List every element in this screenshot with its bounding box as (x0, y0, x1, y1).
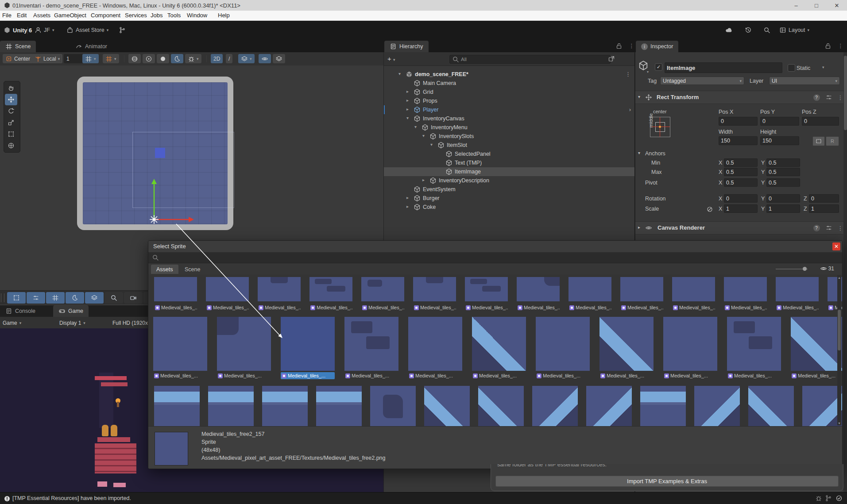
layout-menu[interactable]: Layout ▾ (779, 27, 809, 34)
game-target-dropdown[interactable]: Game▾ (0, 319, 24, 327)
help-icon[interactable]: ? (813, 225, 820, 231)
tab-hierarchy[interactable]: Hierarchy (384, 41, 429, 52)
visibility-toggle[interactable] (259, 54, 271, 63)
scroll-down-icon[interactable]: ▼ (837, 421, 841, 425)
scroll-up-icon[interactable]: ▲ (837, 275, 841, 280)
sprite-tile[interactable] (208, 386, 254, 426)
create-button[interactable]: + ▾ (387, 55, 395, 62)
width-field[interactable]: 150 (719, 136, 758, 145)
sprite-tile-label[interactable]: Medieval_tiles_... (791, 372, 843, 379)
menu-window[interactable]: Window (187, 12, 207, 19)
hierarchy-item-demo-scene-free-[interactable]: ▾demo_scene_FREE*⋮ (384, 70, 634, 79)
hierarchy-item-coke[interactable]: ▸Coke (384, 203, 634, 212)
static-checkbox[interactable] (788, 64, 795, 72)
overlay-grid-button[interactable] (46, 292, 65, 304)
rect-transform-header[interactable]: ▾ Rect Transform ? ⋮ (635, 91, 847, 104)
scene-picker-icon[interactable] (608, 55, 615, 62)
maximize-button[interactable]: □ (806, 0, 827, 11)
sprite-tile-label[interactable]: Medieval_tiles_... (217, 372, 271, 379)
expand-arrow-icon[interactable]: ▸ (422, 177, 425, 182)
open-prefab-chevron[interactable]: › (629, 106, 631, 113)
orientation-dropdown[interactable]: Local▾ (32, 54, 62, 63)
move-gizmo[interactable] (146, 172, 204, 229)
sprite-tile[interactable] (586, 386, 632, 426)
collapse-arrow-icon[interactable]: ▾ (430, 142, 433, 147)
menu-gameobject[interactable]: GameObject (54, 12, 86, 19)
sprite-tile[interactable] (206, 277, 249, 301)
scale-x-field[interactable]: 1 (724, 204, 758, 213)
sprite-tile-label[interactable]: Medieval_tiles_... (569, 304, 611, 311)
progress-complete-icon[interactable] (835, 495, 843, 502)
status-message[interactable]: [TMP Essential Resources] have been impo… (12, 495, 131, 501)
sprite-tile-label[interactable]: Medieval_tiles_... (517, 304, 560, 311)
sprite-tile[interactable] (478, 386, 524, 426)
dialog-close-button[interactable]: ✕ (832, 242, 840, 250)
hierarchy-item-player[interactable]: ▸Player› (384, 105, 634, 114)
anchor-min-x-field[interactable]: 0.5 (724, 158, 758, 167)
link-scale-icon[interactable] (706, 206, 713, 213)
hierarchy-item-eventsystem[interactable]: EventSystem (384, 185, 634, 194)
kebab-icon[interactable]: ⋮ (838, 94, 843, 101)
move-tool[interactable] (5, 94, 17, 105)
menu-services[interactable]: Services (125, 12, 147, 19)
menu-jobs[interactable]: Jobs (151, 12, 162, 19)
asset-store-menu[interactable]: Asset Store ▾ (66, 27, 108, 34)
sprite-tile[interactable] (344, 317, 398, 371)
anchor-min-y-field[interactable]: 0.5 (766, 158, 800, 167)
tag-dropdown[interactable]: Untagged▾ (660, 77, 744, 85)
gizmo-slash-toggle[interactable]: / (226, 54, 232, 63)
sprite-tile[interactable] (217, 317, 271, 371)
sprite-tile-label[interactable]: Medieval_tiles_... (672, 304, 715, 311)
sprite-tile[interactable] (672, 277, 715, 301)
snap-settings-dropdown[interactable]: ▾ (103, 54, 119, 63)
rect-tool[interactable] (5, 128, 17, 140)
hierarchy-item-text-tmp-[interactable]: Text (TMP) (384, 158, 634, 167)
layer-dropdown[interactable]: UI▾ (769, 77, 840, 85)
sprite-tile-label-selected[interactable]: Medieval_tiles_... (281, 372, 335, 379)
sprite-tile-selected[interactable] (281, 317, 335, 371)
dialog-tab-assets[interactable]: Assets (151, 265, 178, 274)
dialog-title-bar[interactable]: Select Sprite ✕ (148, 241, 842, 253)
tab-console[interactable]: Console (0, 305, 41, 317)
hierarchy-item-main-camera[interactable]: Main Camera (384, 79, 634, 88)
sprite-tile[interactable] (727, 317, 781, 371)
expand-arrow-icon[interactable]: ▸ (406, 98, 409, 103)
height-field[interactable]: 150 (760, 136, 799, 145)
sprite-tile[interactable] (472, 317, 526, 371)
sprite-tile[interactable] (640, 386, 686, 426)
overlay-drag-handle[interactable] (1, 293, 4, 302)
hierarchy-item-props[interactable]: ▸Props (384, 96, 634, 105)
sprite-tile[interactable] (663, 317, 717, 371)
sprite-tile[interactable] (776, 277, 819, 301)
help-icon[interactable]: ? (813, 94, 820, 101)
presets-icon[interactable] (825, 224, 832, 231)
sprite-tile[interactable] (361, 277, 404, 301)
hierarchy-item-inventorymenu[interactable]: ▾InventoryMenu (384, 123, 634, 132)
dialog-tab-scene[interactable]: Scene (179, 265, 205, 274)
sprite-tile-label[interactable]: Medieval_tiles_... (663, 372, 717, 379)
lock-icon[interactable] (615, 42, 623, 50)
hierarchy-item-itemslot[interactable]: ▾ItemSlot (384, 141, 634, 150)
overlay-rect-button[interactable] (7, 292, 26, 304)
overlay-sliders-button[interactable] (27, 292, 45, 304)
overlay-search-button[interactable] (104, 292, 123, 304)
shading-toggle[interactable] (128, 54, 141, 63)
debug-dropdown[interactable]: ▾ (185, 54, 201, 63)
hierarchy-item-itemimage[interactable]: ItemImage (384, 167, 634, 176)
debugger-icon[interactable] (815, 495, 822, 502)
sprite-tile-label[interactable]: Medieval_tiles_... (599, 372, 654, 379)
overlay-moon-button[interactable] (66, 292, 84, 304)
anchors-foldout-arrow[interactable]: ▾ (638, 150, 640, 155)
pivot-x-field[interactable]: 0.5 (724, 178, 758, 187)
effects-toggle[interactable] (171, 54, 183, 63)
background-tasks-icon[interactable] (825, 495, 832, 502)
hand-tool[interactable] (5, 82, 17, 94)
sprite-tile[interactable] (724, 277, 767, 301)
anchor-max-y-field[interactable]: 0.5 (766, 168, 800, 176)
sprite-tile[interactable] (154, 277, 197, 301)
close-button[interactable]: ✕ (827, 0, 847, 11)
dialog-search-input[interactable] (148, 252, 842, 263)
sprite-tile[interactable] (694, 386, 740, 426)
sprite-tile-label[interactable]: Medieval_tiles_... (154, 304, 197, 311)
sprite-tile-label[interactable]: Medieval_tiles_... (408, 372, 462, 379)
